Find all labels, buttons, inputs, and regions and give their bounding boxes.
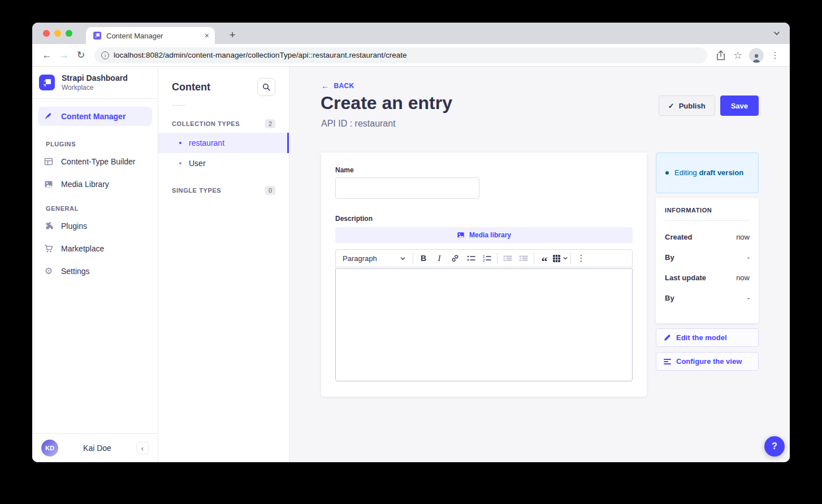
info-row-updated-by: By- [665, 294, 750, 302]
content-manager-feather-icon [44, 112, 54, 121]
sidebar-item-label: Content Manager [61, 112, 126, 121]
toolbar-separator [534, 253, 534, 264]
subnav-title: Content [172, 81, 210, 93]
media-library-label: Media library [469, 231, 511, 239]
information-panel: INFORMATION Creatednow By- Last updateno… [656, 198, 759, 323]
italic-button[interactable]: I [431, 251, 447, 266]
info-row-created: Creatednow [665, 233, 750, 241]
configure-view-label: Configure the view [676, 357, 742, 366]
strapi-app: Strapi Dashboard Workplace Content Manag… [32, 67, 790, 462]
site-info-icon[interactable]: i [101, 51, 109, 59]
editing-status-box: Editing draft version [656, 153, 759, 193]
rich-text-editor-area[interactable] [335, 268, 633, 381]
tab-close-icon[interactable]: × [205, 31, 209, 40]
main-sidebar: Strapi Dashboard Workplace Content Manag… [32, 67, 158, 462]
api-id-subtitle: API ID : restaurant [321, 119, 396, 129]
publish-button[interactable]: ✓ Publish [659, 95, 715, 116]
save-button[interactable]: Save [720, 95, 759, 116]
subnav-item-label: restaurant [189, 138, 224, 147]
collection-types-label: COLLECTION TYPES [172, 120, 240, 127]
minimize-window-button[interactable] [54, 30, 61, 37]
sidebar-item-marketplace[interactable]: Marketplace [38, 239, 152, 258]
info-row-created-by: By- [665, 253, 750, 262]
description-field-label: Description [335, 215, 633, 223]
name-input[interactable] [335, 177, 479, 199]
url-bar: ← → ↻ i localhost:8082/admin/content-man… [32, 44, 790, 67]
numbered-list-button[interactable]: 12 [479, 251, 495, 266]
configure-view-button[interactable]: Configure the view [656, 352, 759, 371]
subnav-divider [172, 105, 185, 106]
bullet-icon [179, 162, 181, 164]
workspace-brand[interactable]: Strapi Dashboard Workplace [32, 67, 158, 98]
sidebar-item-media-library[interactable]: Media Library [38, 175, 152, 194]
browser-window: Content Manager × + ← → ↻ i localhost:80… [32, 23, 790, 462]
link-button[interactable] [447, 251, 463, 266]
blockquote-button[interactable]: “ [537, 251, 552, 266]
sidebar-item-content-manager[interactable]: Content Manager [38, 107, 152, 126]
sidebar-item-content-type-builder[interactable]: Content-Type Builder [38, 152, 152, 171]
tab-title: Content Manager [106, 32, 200, 40]
back-label: BACK [334, 82, 354, 90]
media-library-button[interactable]: Media library [335, 227, 633, 243]
collection-types-count-badge: 2 [265, 119, 275, 128]
table-button[interactable] [552, 251, 568, 266]
editor-toolbar: Paragraph B I 12 [335, 249, 633, 267]
more-options-kebab-icon[interactable]: ⋮ [573, 251, 589, 266]
bookmark-star-icon[interactable]: ☆ [730, 47, 746, 63]
browser-back-icon[interactable]: ← [39, 47, 55, 63]
search-icon [262, 83, 270, 91]
help-button[interactable]: ? [764, 436, 785, 457]
edit-model-label: Edit the model [676, 333, 727, 342]
address-input[interactable]: i localhost:8082/admin/content-manager/c… [94, 47, 707, 63]
browser-menu-kebab-icon[interactable]: ⋮ [767, 47, 783, 63]
share-icon[interactable] [713, 47, 729, 63]
numbered-list-icon: 12 [483, 254, 491, 262]
new-tab-button[interactable]: + [224, 27, 240, 43]
sidebar-item-label: Content-Type Builder [61, 157, 136, 166]
sidebar-section-plugins: PLUGINS [32, 129, 158, 149]
name-field-label: Name [335, 166, 633, 174]
subnav-item-restaurant[interactable]: restaurant [158, 133, 289, 153]
sidebar-item-settings[interactable]: ⚙ Settings [38, 262, 152, 281]
sidebar-item-label: Marketplace [61, 244, 104, 253]
bulleted-list-button[interactable] [463, 251, 479, 266]
indent-button[interactable] [500, 251, 516, 266]
sidebar-item-label: Plugins [61, 221, 87, 231]
toolbar-separator [497, 253, 497, 264]
info-row-last-update: Last updatenow [665, 273, 750, 282]
draft-status-dot-icon [665, 171, 669, 175]
user-name: Kai Doe [58, 444, 136, 453]
information-divider [665, 220, 750, 221]
block-style-value: Paragraph [343, 254, 377, 263]
toolbar-separator [413, 253, 413, 264]
browser-reload-icon[interactable]: ↻ [73, 47, 89, 63]
svg-text:2: 2 [483, 258, 485, 262]
sidebar-item-label: Media Library [61, 180, 109, 189]
strapi-logo-icon [39, 75, 55, 90]
user-avatar[interactable]: KD [41, 440, 58, 457]
close-window-button[interactable] [43, 30, 50, 37]
tab-search-chevron-icon[interactable] [773, 29, 781, 37]
link-icon [451, 254, 459, 262]
browser-forward-icon[interactable]: → [56, 47, 72, 63]
edit-model-button[interactable]: Edit the model [656, 328, 759, 347]
search-button[interactable] [257, 78, 275, 96]
collapse-sidebar-button[interactable]: ‹ [136, 442, 149, 454]
zoom-window-button[interactable] [66, 30, 72, 37]
content-subnav: Content COLLECTION TYPES 2 restaurant Us… [158, 67, 289, 462]
media-image-icon [457, 231, 465, 239]
back-link[interactable]: ← BACK [321, 81, 354, 90]
sidebar-item-plugins[interactable]: Plugins [38, 216, 152, 236]
puzzle-icon [44, 221, 54, 231]
browser-profile-avatar[interactable] [749, 48, 764, 63]
configure-view-icon [664, 358, 671, 365]
block-style-select[interactable]: Paragraph [338, 251, 410, 266]
bold-button[interactable]: B [416, 251, 431, 266]
chevron-down-icon [400, 255, 406, 262]
pencil-icon [664, 334, 671, 341]
sidebar-footer: KD Kai Doe ‹ [32, 433, 158, 462]
outdent-button[interactable] [516, 251, 531, 266]
browser-tab[interactable]: Content Manager × [86, 27, 215, 44]
outdent-icon [519, 254, 528, 262]
subnav-item-user[interactable]: User [158, 153, 289, 173]
